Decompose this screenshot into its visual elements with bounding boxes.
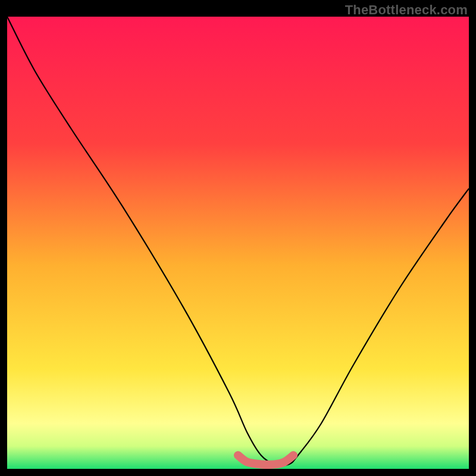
watermark-text: TheBottleneck.com — [345, 2, 468, 18]
gradient-background — [7, 17, 469, 469]
chart-frame — [7, 17, 469, 469]
bottleneck-chart — [7, 17, 469, 469]
